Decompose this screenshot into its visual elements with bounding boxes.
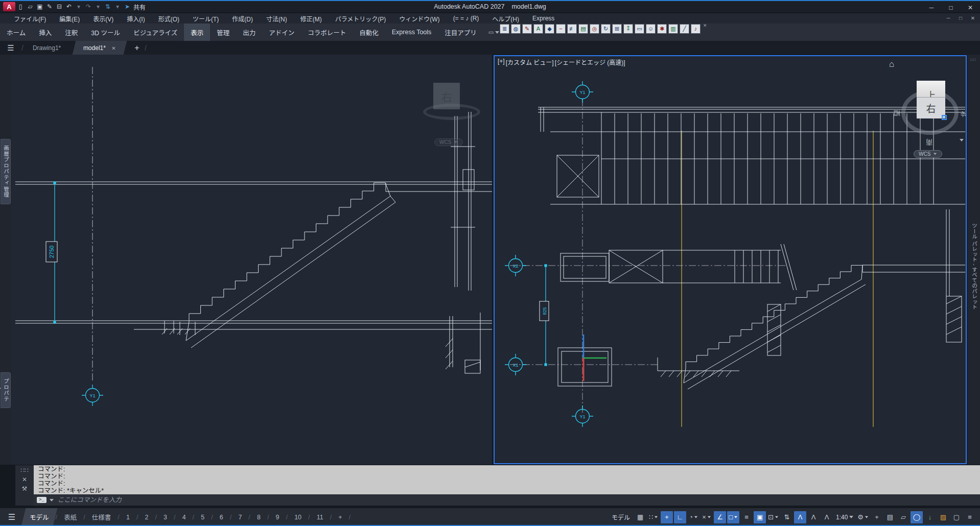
- menu-view[interactable]: 表示(V): [86, 14, 120, 23]
- tab-automate[interactable]: 自動化: [353, 23, 385, 41]
- close-button[interactable]: ✕: [961, 2, 980, 13]
- menu-file[interactable]: ファイル(F): [7, 14, 53, 23]
- clean-screen-button[interactable]: ▢: [950, 511, 963, 523]
- graphics-performance-toggle[interactable]: ◯: [911, 511, 923, 523]
- tab-output[interactable]: 出力: [236, 23, 262, 41]
- performance-warning-icon[interactable]: ▨: [937, 511, 949, 523]
- custom-toolbar-icon[interactable]: ≢: [567, 24, 577, 34]
- save-icon[interactable]: ▣: [35, 2, 44, 11]
- tab-home[interactable]: ホーム: [0, 23, 32, 41]
- workspace-switching-menu[interactable]: ⚙: [856, 511, 870, 523]
- compass-north-label[interactable]: 北: [959, 111, 967, 117]
- custom-toolbar-icon[interactable]: ◍: [511, 24, 521, 34]
- tab-close-icon[interactable]: ✕: [112, 45, 116, 51]
- open-file-icon[interactable]: ▱: [26, 2, 35, 11]
- annotation-autoscale-toggle[interactable]: Λ: [807, 511, 820, 523]
- menu-express[interactable]: Express: [526, 15, 561, 22]
- custom-toolbar-icon[interactable]: ▭: [635, 24, 644, 34]
- quick-properties-toggle[interactable]: ▱: [897, 511, 909, 523]
- layout-tab-7[interactable]: 7: [232, 508, 248, 526]
- viewcube[interactable]: 上 右 西 北 南 WCS: [897, 69, 965, 159]
- menu-insert[interactable]: 挿入(I): [120, 14, 151, 23]
- save-as-icon[interactable]: ✎: [45, 2, 54, 11]
- lineweight-toggle[interactable]: ≡: [740, 511, 753, 523]
- palette-grip-handle[interactable]: ∷∷: [969, 58, 977, 62]
- custom-toolbar-icon[interactable]: ≣: [500, 24, 509, 34]
- compass-south-label[interactable]: 南: [926, 138, 932, 148]
- minimize-button[interactable]: ─: [922, 2, 941, 13]
- plot-icon[interactable]: ⊟: [55, 2, 64, 11]
- 3d-object-snap-toggle[interactable]: ⊡: [767, 511, 780, 523]
- tab-collaborate[interactable]: コラボレート: [301, 23, 353, 41]
- viewcube-front-face[interactable]: 右: [917, 97, 945, 118]
- custom-toolbar-icon[interactable]: A: [533, 24, 543, 34]
- menu-parametric[interactable]: パラメトリック(P): [329, 14, 393, 23]
- file-tabs-menu-icon[interactable]: ☰: [0, 41, 21, 55]
- tab-featured-apps[interactable]: 注目アプリ: [438, 23, 483, 41]
- tab-3d-tools[interactable]: 3D ツール: [84, 23, 127, 41]
- polar-tracking-toggle[interactable]: ◔: [687, 511, 699, 523]
- custom-toolbar-icon[interactable]: −: [556, 24, 566, 34]
- menu-window[interactable]: ウィンドウ(W): [392, 14, 446, 23]
- model-space-label[interactable]: モデル: [612, 513, 630, 521]
- ribbon-display-toggle[interactable]: ▭: [488, 29, 499, 36]
- tab-addins[interactable]: アドイン: [262, 23, 301, 41]
- command-close-icon[interactable]: ✕: [22, 476, 27, 483]
- viewcube-home-icon[interactable]: ⌂: [889, 59, 894, 69]
- layout-tab-5[interactable]: 5: [195, 508, 211, 526]
- compass-west-label[interactable]: 西: [893, 110, 902, 116]
- tab-manage[interactable]: 管理: [210, 23, 236, 41]
- layout-tab-1[interactable]: 1: [120, 508, 136, 526]
- menu-draw[interactable]: 作成(D): [225, 14, 260, 23]
- new-layout-button[interactable]: +: [332, 508, 348, 526]
- viewcube-top-face[interactable]: 上: [917, 81, 945, 97]
- custom-toolbar-icon[interactable]: ▥: [668, 24, 678, 34]
- tab-express-tools[interactable]: Express Tools: [385, 25, 438, 40]
- annotation-visibility-toggle[interactable]: Λ: [794, 511, 806, 523]
- layout-tab-2[interactable]: 2: [139, 508, 155, 526]
- wcs-dropdown[interactable]: WCS: [914, 150, 942, 158]
- command-wrench-icon[interactable]: ⚒: [22, 486, 28, 492]
- menu-tools[interactable]: ツール(T): [186, 14, 225, 23]
- custom-toolbar-icon[interactable]: ↻: [601, 24, 611, 34]
- viewcube-corner-highlight[interactable]: [942, 115, 947, 120]
- layout-tab-3[interactable]: 3: [157, 508, 173, 526]
- tab-view[interactable]: 表示: [184, 23, 210, 41]
- layout-tab-6[interactable]: 6: [214, 508, 229, 526]
- qat-customize-caret-icon[interactable]: ▾: [113, 2, 122, 11]
- viewport-view-control[interactable]: [カスタム ビュー]: [506, 58, 554, 66]
- undo-icon[interactable]: ↶: [64, 2, 74, 11]
- doc-tab-drawing1[interactable]: Drawing1*: [24, 41, 70, 55]
- redo-icon[interactable]: ↷: [84, 2, 93, 11]
- layout-tab-4[interactable]: 4: [176, 508, 192, 526]
- command-drag-handle[interactable]: ∷∷: [20, 467, 28, 473]
- layout-tab-10[interactable]: 10: [288, 508, 308, 526]
- autosave-status-icon[interactable]: ↓: [924, 511, 936, 523]
- layout-tab-8[interactable]: 8: [251, 508, 267, 526]
- dynamic-input-toggle[interactable]: +: [661, 511, 673, 523]
- menu-edit[interactable]: 編集(E): [53, 14, 86, 23]
- properties-panel-tab[interactable]: プロパティ: [1, 372, 11, 408]
- object-snap-toggle[interactable]: □: [727, 511, 739, 523]
- layout-tab-cover[interactable]: 表紙: [58, 508, 83, 526]
- share-label[interactable]: 共有: [133, 3, 146, 11]
- viewport-left[interactable]: 2750 Y1 右 WCS: [11, 55, 492, 465]
- viewport-visualstyle-control[interactable]: [シェードとエッジ (高速)]: [555, 58, 625, 66]
- layout-tab-model[interactable]: モデル: [21, 508, 57, 526]
- doc-minimize-button[interactable]: ─: [942, 13, 954, 22]
- viewcube-cube[interactable]: 上 右: [917, 81, 945, 118]
- mobile-upload-icon[interactable]: ⇅: [103, 2, 112, 11]
- maximize-button[interactable]: □: [941, 2, 961, 13]
- wcs-dropdown-inactive[interactable]: WCS: [434, 138, 463, 146]
- custom-toolbar-icon[interactable]: ◎: [590, 24, 599, 34]
- doc-restore-button[interactable]: □: [954, 13, 967, 22]
- recent-commands-caret-icon[interactable]: [50, 499, 54, 501]
- custom-toolbar-icon[interactable]: ♪: [691, 24, 701, 34]
- viewport-right-active[interactable]: 825 Y1 Y1 X2 X1 [+] [カスタム ビュー] [シェードとエッジ…: [494, 55, 967, 464]
- isodraft-toggle[interactable]: ∠: [714, 511, 726, 523]
- menu-format[interactable]: 形式(O): [152, 14, 186, 23]
- custom-toolbar-icon[interactable]: ▤: [578, 24, 588, 34]
- custom-toolbar-icon[interactable]: ⊞: [612, 24, 622, 34]
- tab-insert[interactable]: 挿入: [32, 23, 58, 41]
- doc-close-button[interactable]: ✕: [967, 13, 979, 22]
